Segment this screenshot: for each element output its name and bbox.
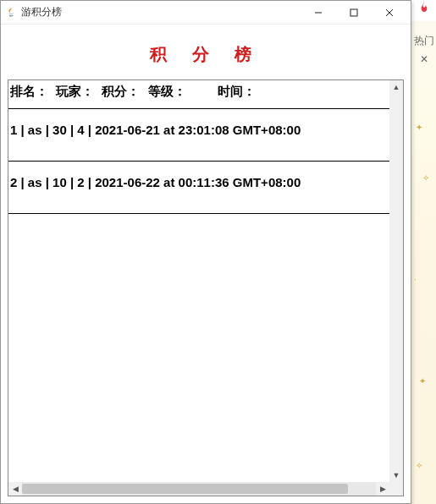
titlebar: 游积分榜 (1, 1, 411, 25)
fire-icon (417, 0, 431, 19)
horizontal-scroll-thumb[interactable] (22, 484, 348, 494)
table-row: 2 | as | 10 | 2 | 2021-06-22 at 00:11:36… (8, 162, 389, 214)
col-rank: 排名： (10, 84, 52, 100)
col-player: 玩家： (56, 84, 98, 100)
scroll-left-button[interactable]: ◀ (8, 482, 22, 496)
browser-side-strip (411, 0, 436, 21)
scroll-down-button[interactable]: ▼ (389, 468, 403, 482)
page-title: 积 分 榜 (6, 30, 406, 79)
close-button[interactable] (372, 1, 407, 25)
table-row: 1 | as | 30 | 4 | 2021-06-21 at 23:01:08… (8, 109, 389, 162)
scoreboard-viewport: 排名： 玩家： 积分： 等级： 时间： 1 | as | 30 | 4 | 20… (8, 80, 389, 482)
svg-rect-1 (350, 9, 357, 16)
scoreboard-container: 排名： 玩家： 积分： 等级： 时间： 1 | as | 30 | 4 | 20… (8, 79, 404, 496)
horizontal-scrollbar[interactable]: ◀ ▶ (8, 482, 389, 496)
app-window: 游积分榜 积 分 榜 排名： 玩家： 积分： 等级： 时间： 1 | as | (0, 0, 411, 504)
maximize-button[interactable] (336, 1, 372, 25)
side-labels: 热门 ✕ (414, 34, 434, 70)
scroll-corner (389, 482, 403, 496)
col-level: 等级： (148, 84, 190, 100)
side-hot-label: 热门 (414, 34, 434, 48)
horizontal-scroll-track[interactable] (22, 482, 376, 496)
side-close-label[interactable]: ✕ (414, 53, 434, 65)
content-area: 积 分 榜 排名： 玩家： 积分： 等级： 时间： 1 | as | 30 | … (1, 25, 411, 503)
java-app-icon (4, 6, 18, 19)
col-time: 时间： (218, 84, 268, 100)
vertical-scrollbar[interactable]: ▲ ▼ (389, 80, 403, 482)
scroll-right-button[interactable]: ▶ (376, 482, 389, 496)
col-score: 积分： (102, 84, 144, 100)
window-title: 游积分榜 (21, 5, 62, 19)
minimize-button[interactable] (301, 1, 336, 25)
column-header-row: 排名： 玩家： 积分： 等级： 时间： (8, 80, 389, 109)
desktop-background: ✦ ✧ · ✦ ✧ (411, 21, 436, 504)
vertical-scroll-track[interactable] (389, 94, 403, 468)
scroll-up-button[interactable]: ▲ (389, 80, 403, 94)
